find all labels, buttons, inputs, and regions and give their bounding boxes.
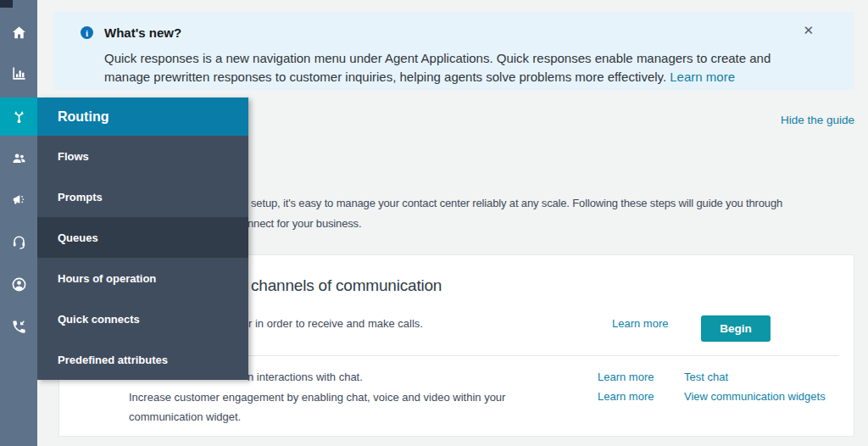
routing-icon	[11, 109, 27, 125]
sidebar-item-routing[interactable]	[0, 98, 37, 136]
hide-the-guide-link[interactable]: Hide the guide	[781, 114, 854, 126]
home-icon	[11, 25, 27, 41]
sidebar-item-users[interactable]	[0, 139, 37, 176]
row-phone-learn-more-link[interactable]: Learn more	[612, 317, 668, 330]
metrics-icon	[11, 65, 27, 81]
intro-text-line2: nnect for your business.	[248, 217, 361, 230]
sidebar-item-calls[interactable]	[0, 308, 37, 345]
phone-incoming-icon	[11, 319, 27, 335]
row-chat-learn-more-link[interactable]: Learn more	[598, 371, 654, 383]
flyout-item-predefined-attributes[interactable]: Predefined attributes	[37, 339, 248, 380]
test-chat-link[interactable]: Test chat	[684, 371, 728, 383]
routing-flyout-menu: Routing Flows Prompts Queues Hours of op…	[37, 98, 248, 380]
flyout-item-quick-connects[interactable]: Quick connects	[37, 298, 248, 339]
view-communication-widgets-link[interactable]: View communication widgets	[684, 390, 826, 403]
sidebar-item-metrics[interactable]	[0, 54, 37, 92]
banner-body-line2: manage prewritten responses to customer …	[104, 68, 771, 86]
flyout-header-routing[interactable]: Routing	[37, 98, 248, 136]
sidebar-item-contact-control-panel[interactable]	[0, 223, 37, 260]
banner-learn-more-link[interactable]: Learn more	[670, 70, 735, 84]
app-window: setup, it's easy to manage your contact …	[0, 0, 868, 446]
megaphone-icon	[11, 192, 27, 208]
sidebar-item-user-profile[interactable]	[0, 265, 37, 303]
sidebar-item-campaigns[interactable]	[0, 181, 37, 218]
console-header-remnant	[0, 0, 13, 8]
row-phone-description: r in order to receive and make calls.	[248, 317, 423, 330]
close-icon[interactable]: ✕	[803, 24, 814, 36]
whats-new-banner: i What's new? Quick responses is a new n…	[53, 12, 854, 90]
info-icon: i	[81, 26, 93, 39]
row-widget-learn-more-link[interactable]: Learn more	[598, 390, 654, 403]
profile-icon	[11, 276, 27, 293]
sidebar-item-dashboard[interactable]	[0, 14, 37, 51]
flyout-item-flows[interactable]: Flows	[37, 136, 248, 176]
card-heading: channels of communication	[251, 276, 442, 295]
flyout-item-queues[interactable]: Queues	[37, 217, 248, 258]
sidebar-nav	[0, 0, 37, 446]
row-chat-description: n interactions with chat.	[248, 371, 363, 383]
flyout-item-hours-of-operation[interactable]: Hours of operation	[37, 258, 248, 298]
row-widget-description: Increase customer engagement by enabling…	[129, 388, 553, 426]
flyout-item-prompts[interactable]: Prompts	[37, 176, 248, 217]
banner-body-line1: Quick responses is a new navigation menu…	[104, 49, 771, 68]
begin-button[interactable]: Begin	[701, 315, 771, 342]
users-icon	[11, 150, 27, 166]
agent-headset-icon	[11, 234, 27, 250]
intro-text-line1: setup, it's easy to manage your contact …	[251, 197, 782, 209]
banner-body: Quick responses is a new navigation menu…	[104, 49, 771, 86]
banner-title: What's new?	[104, 25, 181, 40]
